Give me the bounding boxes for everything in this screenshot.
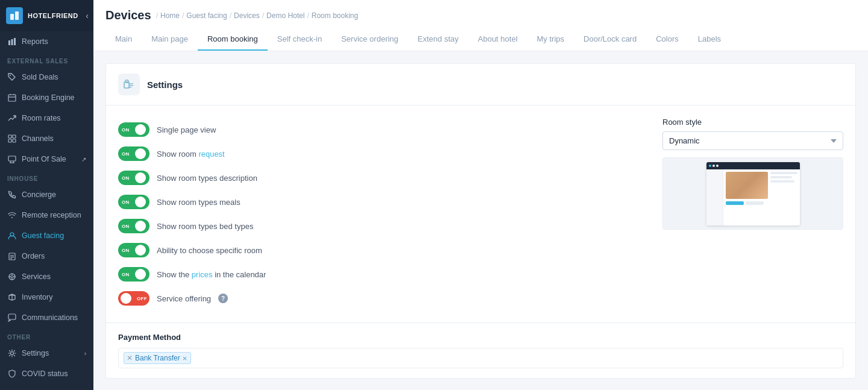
sidebar-item-guest-facing[interactable]: Guest facing [0, 225, 93, 246]
sidebar-item-label: Room rates [22, 114, 61, 122]
svg-rect-0 [10, 14, 14, 20]
phone-icon [7, 190, 17, 200]
payment-tag-container[interactable]: ✕ Bank Transfer × [118, 348, 843, 368]
sidebar-item-point-of-sale[interactable]: Point Of Sale ↗ [0, 149, 93, 169]
tag-remove-icon[interactable]: × [183, 354, 187, 362]
room-style-preview [662, 157, 843, 230]
toggle-switch-single-page-view[interactable]: ON [118, 122, 149, 137]
toggle-ability-choose-specific-room: ON Ability to choose specific room [118, 238, 638, 262]
sidebar-item-room-rates[interactable]: Room rates [0, 108, 93, 128]
svg-point-5 [10, 75, 11, 76]
breadcrumb: / Home / Guest facing / Devices / Demo H… [156, 11, 359, 20]
sidebar-item-concierge[interactable]: Concierge [0, 184, 93, 205]
toggle-switch-show-room-types-description[interactable]: ON [118, 171, 149, 185]
app-name: HOTELFRIEND [28, 12, 78, 19]
other-label: OTHER [0, 328, 93, 343]
sidebar-item-label: Reports [22, 37, 48, 46]
tab-extend-stay[interactable]: Extend stay [408, 28, 468, 51]
sidebar: HOTELFRIEND ‹ Reports EXTERNAL SALES Sol… [0, 0, 93, 390]
trending-icon [7, 113, 17, 123]
chart-icon [7, 37, 17, 46]
svg-rect-10 [8, 135, 11, 138]
title-row: Devices / Home / Guest facing / Devices … [105, 8, 856, 22]
tab-about-hotel[interactable]: About hotel [468, 28, 527, 51]
toggle-label-service-offering: Service offering [157, 294, 211, 303]
sidebar-item-help[interactable]: Help [0, 384, 93, 390]
sidebar-item-services[interactable]: Services [0, 266, 93, 287]
toggle-single-page-view: ON Single page view [118, 118, 638, 142]
svg-rect-4 [14, 38, 16, 45]
settings-body: ON Single page view ON [106, 105, 855, 322]
toggles-section: ON Single page view ON [118, 118, 638, 310]
external-sales-label: EXTERNAL SALES [0, 52, 93, 67]
tab-self-check-in[interactable]: Self check-in [268, 28, 332, 51]
external-link-icon: ↗ [81, 156, 86, 163]
toggle-switch-show-room-request[interactable]: ON [118, 146, 149, 161]
sidebar-item-label: Guest facing [22, 231, 64, 240]
content-area: Settings ON Single page view [93, 51, 868, 390]
tab-main[interactable]: Main [105, 28, 142, 51]
breadcrumb-demo-hotel[interactable]: Demo Hotel [266, 11, 304, 20]
sidebar-item-channels[interactable]: Channels [0, 128, 93, 149]
svg-point-33 [11, 352, 14, 355]
room-style-select[interactable]: Dynamic Classic Modern [662, 131, 843, 150]
clipboard-icon [7, 251, 17, 261]
toggle-label-show-room-types-meals: Show room types meals [157, 198, 241, 207]
sidebar-item-reports[interactable]: Reports [0, 31, 93, 52]
toggle-show-room-request: ON Show room request [118, 142, 638, 166]
toggle-label-show-room-request: Show room request [157, 149, 225, 159]
toggle-show-prices-calendar: ON Show the prices in the calendar [118, 262, 638, 286]
sidebar-item-inventory[interactable]: Inventory [0, 287, 93, 307]
bank-transfer-tag: ✕ Bank Transfer × [124, 352, 191, 364]
tab-service-ordering[interactable]: Service ordering [332, 28, 408, 51]
toggle-switch-show-room-types-meals[interactable]: ON [118, 195, 149, 209]
sidebar-item-settings[interactable]: Settings › [0, 343, 93, 363]
sidebar-item-label: COVID status [22, 370, 68, 378]
toggle-switch-show-room-types-bed-types[interactable]: ON [118, 219, 149, 233]
tab-room-booking[interactable]: Room booking [198, 28, 268, 51]
tab-main-page[interactable]: Main page [142, 28, 198, 51]
sidebar-item-sold-deals[interactable]: Sold Deals [0, 67, 93, 87]
sidebar-item-remote-reception[interactable]: Remote reception [0, 205, 93, 225]
settings-card: Settings ON Single page view [105, 63, 856, 379]
room-style-section: Room style Dynamic Classic Modern [662, 118, 843, 310]
sidebar-item-label: Services [22, 272, 51, 281]
sidebar-item-booking-engine[interactable]: Booking Engine [0, 87, 93, 108]
breadcrumb-home[interactable]: Home [160, 11, 180, 20]
tab-colors[interactable]: Colors [646, 28, 688, 51]
monitor-icon [7, 154, 17, 164]
sidebar-logo: HOTELFRIEND ‹ [0, 0, 93, 31]
tag-clear-icon[interactable]: ✕ [127, 354, 133, 362]
toggle-switch-ability-choose-specific-room[interactable]: ON [118, 243, 149, 257]
svg-rect-11 [13, 135, 16, 138]
collapse-icon[interactable]: ‹ [86, 11, 89, 20]
settings-icon-box [118, 74, 140, 95]
sidebar-item-label: Inventory [22, 293, 52, 301]
breadcrumb-devices[interactable]: Devices [234, 11, 260, 20]
settings-title: Settings [147, 80, 183, 90]
help-icon[interactable]: ? [218, 294, 228, 303]
chat-icon [7, 313, 17, 322]
svg-rect-14 [8, 156, 16, 161]
sidebar-item-label: Concierge [22, 190, 56, 199]
sidebar-item-covid-status[interactable]: COVID status [0, 363, 93, 384]
toggle-label-show-room-types-bed-types: Show room types bed types [157, 222, 253, 231]
settings-card-header: Settings [106, 64, 855, 105]
tag-label: Bank Transfer [135, 354, 180, 362]
sidebar-item-label: Booking Engine [22, 93, 75, 102]
tab-door-lock-card[interactable]: Door/Lock card [574, 28, 646, 51]
toggle-switch-service-offering[interactable]: OFF [118, 291, 149, 306]
toggle-show-room-types-bed-types: ON Show room types bed types [118, 214, 638, 238]
payment-section: Payment Method ✕ Bank Transfer × [106, 322, 855, 378]
toggle-switch-show-prices-calendar[interactable]: ON [118, 267, 149, 281]
tab-my-trips[interactable]: My trips [527, 28, 574, 51]
shield-icon [7, 369, 17, 379]
svg-rect-12 [8, 139, 11, 142]
tab-labels[interactable]: Labels [688, 28, 731, 51]
tabs-row: Main Main page Room booking Self check-i… [105, 28, 856, 51]
user-icon [7, 231, 17, 241]
breadcrumb-guest-facing[interactable]: Guest facing [186, 11, 227, 20]
sidebar-item-orders[interactable]: Orders [0, 246, 93, 266]
sidebar-item-communications[interactable]: Communications [0, 307, 93, 328]
payment-method-label: Payment Method [118, 333, 843, 342]
